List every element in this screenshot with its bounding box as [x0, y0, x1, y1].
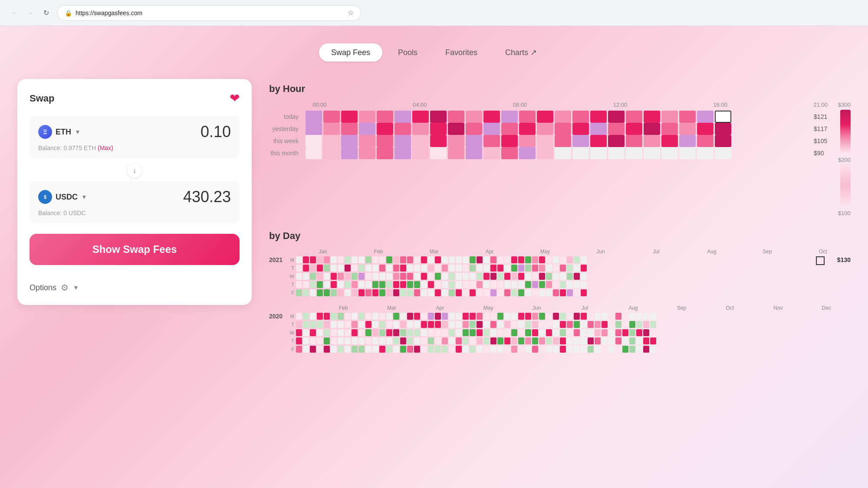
cell[interactable]: [359, 123, 375, 135]
day-cell[interactable]: [338, 321, 344, 328]
day-cell[interactable]: [643, 346, 649, 353]
day-cell[interactable]: [497, 329, 503, 336]
day-cell[interactable]: [449, 346, 455, 353]
cell[interactable]: [555, 123, 571, 135]
day-cell[interactable]: [379, 313, 385, 320]
day-cell[interactable]: [400, 289, 406, 296]
day-cell[interactable]: [393, 265, 399, 272]
day-cell[interactable]: [345, 273, 351, 280]
day-cell[interactable]: [518, 289, 524, 296]
day-cell[interactable]: [539, 321, 545, 328]
day-cell[interactable]: [324, 321, 330, 328]
day-cell[interactable]: [553, 273, 559, 280]
cell[interactable]: [519, 123, 536, 135]
day-cell[interactable]: [546, 337, 552, 344]
day-cell[interactable]: [636, 321, 642, 328]
day-cell[interactable]: [303, 321, 309, 328]
day-cell[interactable]: [456, 329, 462, 336]
day-cell[interactable]: [483, 337, 490, 344]
cell[interactable]: [679, 111, 696, 123]
day-cell[interactable]: [379, 265, 385, 272]
day-cell[interactable]: [546, 273, 552, 280]
day-cell[interactable]: [636, 346, 642, 353]
day-cell[interactable]: [581, 313, 587, 320]
day-cell[interactable]: [407, 281, 413, 288]
cell[interactable]: [395, 147, 411, 159]
cell[interactable]: [626, 123, 642, 135]
day-cell[interactable]: [393, 289, 399, 296]
day-cell[interactable]: [442, 337, 448, 344]
day-cell[interactable]: [345, 346, 351, 353]
day-cell[interactable]: [372, 337, 378, 344]
day-cell[interactable]: [456, 265, 462, 272]
day-cell[interactable]: [567, 256, 573, 263]
cell[interactable]: [430, 123, 447, 135]
day-cell[interactable]: [456, 337, 462, 344]
day-cell[interactable]: [477, 346, 483, 353]
day-cell[interactable]: [463, 346, 469, 353]
day-cell[interactable]: [518, 337, 524, 344]
day-cell[interactable]: [470, 281, 476, 288]
day-cell[interactable]: [365, 321, 372, 328]
cell[interactable]: [430, 147, 447, 159]
day-cell[interactable]: [435, 346, 441, 353]
day-cell[interactable]: [546, 256, 552, 263]
day-cell[interactable]: [546, 281, 552, 288]
day-cell[interactable]: [490, 256, 496, 263]
day-cell[interactable]: [393, 329, 399, 336]
cell[interactable]: [430, 135, 447, 147]
day-cell[interactable]: [567, 346, 573, 353]
cell[interactable]: [644, 135, 660, 147]
cell[interactable]: [501, 111, 518, 123]
day-cell[interactable]: [595, 346, 601, 353]
day-cell[interactable]: [525, 329, 531, 336]
day-cell[interactable]: [414, 337, 420, 344]
day-cell[interactable]: [483, 321, 490, 328]
day-cell[interactable]: [379, 337, 385, 344]
day-cell[interactable]: [400, 273, 406, 280]
day-cell[interactable]: [463, 321, 469, 328]
day-cell[interactable]: [435, 337, 441, 344]
day-cell[interactable]: [581, 281, 587, 288]
day-cell[interactable]: [574, 256, 580, 263]
day-cell[interactable]: [546, 313, 552, 320]
day-cell[interactable]: [421, 313, 427, 320]
day-cell[interactable]: [296, 346, 302, 353]
day-cell[interactable]: [345, 289, 351, 296]
day-cell[interactable]: [532, 289, 538, 296]
day-cell[interactable]: [615, 321, 621, 328]
token-from-selector[interactable]: Ξ ETH ▼: [38, 125, 81, 139]
day-cell[interactable]: [449, 281, 455, 288]
day-cell[interactable]: [331, 321, 337, 328]
day-cell[interactable]: [379, 329, 385, 336]
day-cell[interactable]: [393, 313, 399, 320]
day-cell[interactable]: [345, 321, 351, 328]
day-cell[interactable]: [400, 337, 406, 344]
day-cell[interactable]: [511, 337, 517, 344]
day-cell[interactable]: [317, 265, 323, 272]
cell[interactable]: [501, 147, 518, 159]
day-cell[interactable]: [483, 313, 490, 320]
day-cell[interactable]: [602, 321, 608, 328]
day-cell[interactable]: [456, 346, 462, 353]
day-cell[interactable]: [421, 265, 427, 272]
day-cell[interactable]: [553, 289, 559, 296]
day-cell[interactable]: [317, 321, 323, 328]
day-cell[interactable]: [379, 273, 385, 280]
day-cell[interactable]: [595, 313, 601, 320]
day-cell[interactable]: [414, 256, 420, 263]
day-cell[interactable]: [497, 273, 503, 280]
day-cell[interactable]: [449, 273, 455, 280]
day-cell[interactable]: [477, 265, 483, 272]
day-cell[interactable]: [338, 337, 344, 344]
day-cell[interactable]: [511, 346, 517, 353]
day-cell[interactable]: [393, 337, 399, 344]
day-cell[interactable]: [553, 265, 559, 272]
day-cell[interactable]: [358, 265, 365, 272]
cell-selected[interactable]: [715, 111, 731, 123]
day-cell[interactable]: [449, 289, 455, 296]
cell[interactable]: [341, 123, 358, 135]
day-cell[interactable]: [393, 281, 399, 288]
day-cell[interactable]: [324, 289, 330, 296]
day-cell[interactable]: [352, 281, 358, 288]
